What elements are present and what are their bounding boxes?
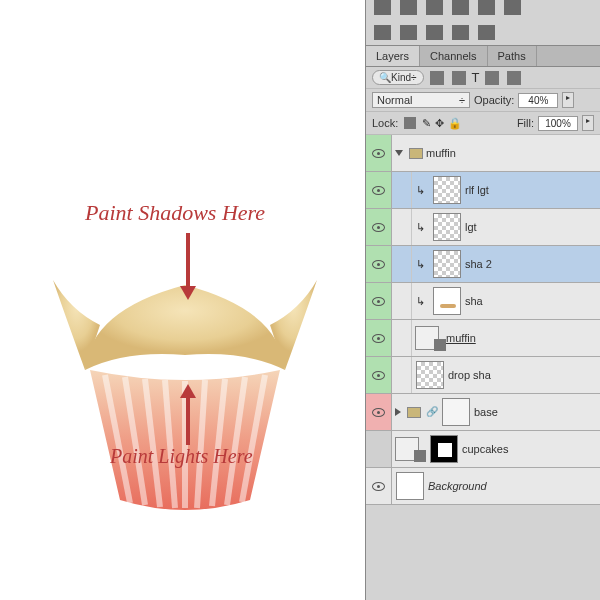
layer-group-muffin[interactable]: muffin (366, 135, 600, 172)
layer-thumb[interactable] (433, 176, 461, 204)
layer-thumb[interactable] (396, 472, 424, 500)
lock-transparent-icon[interactable] (404, 117, 416, 129)
tab-paths[interactable]: Paths (488, 46, 537, 66)
opacity-label: Opacity: (474, 94, 514, 106)
annotation-shadows: Paint Shadows Here (85, 200, 265, 226)
tab-layers[interactable]: Layers (366, 46, 420, 66)
layer-lgt[interactable]: ↳ lgt (366, 209, 600, 246)
adj-icon[interactable] (374, 25, 391, 40)
adj-icon[interactable] (478, 25, 495, 40)
fill-stepper[interactable]: ▸ (582, 115, 594, 131)
lock-move-icon[interactable]: ✥ (435, 117, 444, 130)
layer-label: lgt (465, 221, 477, 233)
layer-sha[interactable]: ↳ sha (366, 283, 600, 320)
visibility-toggle[interactable] (366, 431, 392, 467)
visibility-toggle[interactable] (366, 357, 392, 393)
link-icon: 🔗 (426, 406, 436, 418)
clip-icon: ↳ (416, 221, 425, 234)
filter-smart-icon[interactable] (507, 71, 521, 85)
eye-icon (372, 334, 385, 343)
adj-icon[interactable] (452, 25, 469, 40)
lock-label: Lock: (372, 117, 398, 129)
lock-all-icon[interactable]: 🔒 (448, 117, 462, 130)
layer-thumb[interactable] (416, 361, 444, 389)
blend-mode-select[interactable]: Normal÷ (372, 92, 470, 108)
adj-icon[interactable] (400, 0, 417, 15)
panels-sidebar: Layers Channels Paths 🔍 Kind ÷ T Normal÷… (365, 0, 600, 600)
layer-muffin-smart[interactable]: muffin (366, 320, 600, 357)
lock-row: Lock: ✎ ✥ 🔒 Fill: 100% ▸ (366, 112, 600, 135)
adj-icon[interactable] (426, 25, 443, 40)
clip-icon: ↳ (416, 184, 425, 197)
document-canvas: Paint Shadows Here Paint Lights Here (0, 0, 365, 600)
clip-icon: ↳ (416, 295, 425, 308)
filter-type-icon[interactable]: T (472, 70, 480, 85)
filter-row: 🔍 Kind ÷ T (366, 67, 600, 89)
layer-label: base (474, 406, 498, 418)
arrowhead-down (180, 286, 196, 300)
filter-kind[interactable]: 🔍 Kind ÷ (372, 70, 424, 85)
eye-icon (372, 408, 385, 417)
layer-label: drop sha (448, 369, 491, 381)
layer-drop-sha[interactable]: drop sha (366, 357, 600, 394)
layer-rlf-lgt[interactable]: ↳ rlf lgt (366, 172, 600, 209)
layer-label: sha (465, 295, 483, 307)
layer-label: cupcakes (462, 443, 508, 455)
eye-icon (372, 260, 385, 269)
visibility-toggle[interactable] (366, 172, 392, 208)
smart-badge-icon (434, 339, 446, 351)
layer-group-base[interactable]: 🔗 base (366, 394, 600, 431)
visibility-toggle[interactable] (366, 320, 392, 356)
adj-icon[interactable] (478, 0, 495, 15)
adjustment-row-2 (366, 20, 600, 45)
layer-thumb[interactable] (433, 250, 461, 278)
smart-badge-icon (414, 450, 426, 462)
layer-label: Background (428, 480, 487, 492)
layer-background[interactable]: Background (366, 468, 600, 505)
arrow-up (186, 397, 190, 445)
panel-tabs: Layers Channels Paths (366, 45, 600, 67)
opacity-stepper[interactable]: ▸ (562, 92, 574, 108)
tab-channels[interactable]: Channels (420, 46, 487, 66)
layer-cupcakes[interactable]: cupcakes (366, 431, 600, 468)
layers-list: muffin ↳ rlf lgt ↳ lgt ↳ sha 2 ↳ sha (366, 135, 600, 505)
layer-mask-thumb[interactable] (430, 435, 458, 463)
visibility-toggle[interactable] (366, 246, 392, 282)
visibility-toggle[interactable] (366, 394, 392, 430)
blend-mode-value: Normal (377, 94, 412, 106)
layer-thumb[interactable] (433, 287, 461, 315)
arrow-down (186, 233, 190, 288)
layer-sha2[interactable]: ↳ sha 2 (366, 246, 600, 283)
adj-icon[interactable] (400, 25, 417, 40)
eye-icon (372, 297, 385, 306)
annotation-lights: Paint Lights Here (110, 445, 253, 468)
folder-icon (409, 148, 423, 159)
fill-label: Fill: (517, 117, 534, 129)
layer-label: sha 2 (465, 258, 492, 270)
visibility-toggle[interactable] (366, 283, 392, 319)
opacity-input[interactable]: 40% (518, 93, 558, 108)
mask-thumb[interactable] (442, 398, 470, 426)
adj-icon[interactable] (504, 0, 521, 15)
disclosure-icon[interactable] (395, 408, 401, 416)
eye-icon (372, 371, 385, 380)
visibility-toggle[interactable] (366, 135, 392, 171)
adj-icon[interactable] (452, 0, 469, 15)
layer-thumb[interactable] (433, 213, 461, 241)
filter-shape-icon[interactable] (485, 71, 499, 85)
filter-pixel-icon[interactable] (430, 71, 444, 85)
layer-label: rlf lgt (465, 184, 489, 196)
visibility-toggle[interactable] (366, 209, 392, 245)
filter-adj-icon[interactable] (452, 71, 466, 85)
disclosure-icon[interactable] (395, 150, 403, 156)
visibility-toggle[interactable] (366, 468, 392, 504)
adj-icon[interactable] (374, 0, 391, 15)
lock-brush-icon[interactable]: ✎ (422, 117, 431, 130)
arrowhead-up (180, 384, 196, 398)
eye-icon (372, 149, 385, 158)
layer-label: muffin (426, 147, 456, 159)
fill-input[interactable]: 100% (538, 116, 578, 131)
clip-icon: ↳ (416, 258, 425, 271)
adj-icon[interactable] (426, 0, 443, 15)
eye-icon (372, 223, 385, 232)
